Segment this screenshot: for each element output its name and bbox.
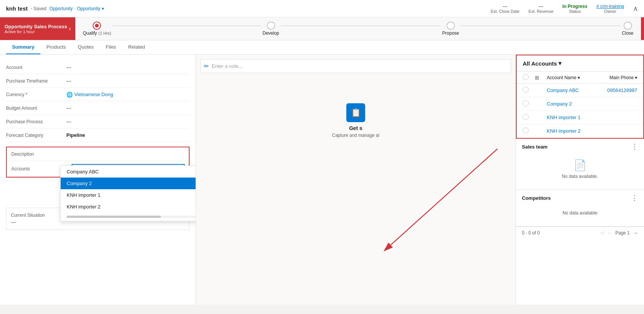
competitors-menu-button[interactable]: ⋮ xyxy=(631,195,638,201)
est-revenue-label: Est. Revenue xyxy=(529,9,554,14)
stage-close-label: Close xyxy=(622,31,633,36)
tabs-bar: Summary Products Quotes Files Related xyxy=(0,40,644,55)
stage-develop[interactable]: Develop xyxy=(263,21,442,36)
accounts-radio-header[interactable] xyxy=(523,74,529,80)
stage-qualify-label: Qualify xyxy=(83,31,97,36)
meta-est-close-date: --- Est. Close Date xyxy=(491,4,519,14)
account-row-knh-1[interactable]: KNH importer 1 xyxy=(517,111,643,124)
owner-label: Owner xyxy=(604,9,616,14)
purchase-process-value: --- xyxy=(66,119,190,124)
purchase-process-label: Purchase Process xyxy=(6,119,66,124)
process-title: Opportunity Sales Process xyxy=(5,24,67,29)
all-accounts-chevron-icon[interactable]: ▾ xyxy=(558,60,561,67)
breadcrumb: Opportunity · Opportunity ▾ xyxy=(49,6,104,11)
stage-qualify-sublabel: (1 Hrs) xyxy=(98,31,111,35)
dropdown-scrollbar-track xyxy=(67,216,196,218)
accounts-header-phone[interactable]: Main Phone ▾ xyxy=(610,75,637,80)
header-collapse-button[interactable]: ∧ xyxy=(633,5,638,13)
sales-team-no-data: 📄 No data available. xyxy=(522,153,638,185)
form-row-purchase-timeframe: Purchase Timeframe --- xyxy=(6,74,190,88)
app-title: knh test xyxy=(6,5,28,12)
account-row-company-2[interactable]: Company 2 xyxy=(517,97,643,111)
currency-value[interactable]: 🌐 Vietnamese Dong xyxy=(66,92,190,98)
stage-close-circle xyxy=(624,21,632,30)
stage-propose-content: Propose xyxy=(442,21,459,36)
currency-required: * xyxy=(26,92,28,97)
account-radio-company-abc xyxy=(523,87,532,94)
pagination-page-label: Page 1 xyxy=(615,230,630,236)
tab-quotes[interactable]: Quotes xyxy=(72,40,100,54)
all-accounts-header: All Accounts ▾ xyxy=(517,55,643,72)
owner-value[interactable]: # crm-training xyxy=(597,4,624,9)
dropdown-scrollbar xyxy=(61,213,196,221)
account-radio-company-2 xyxy=(523,100,532,107)
stage-develop-label: Develop xyxy=(263,31,279,36)
pagination-range: 0 - 0 of 0 xyxy=(522,230,540,236)
pagination-next-button[interactable]: → xyxy=(633,230,638,236)
pagination-prev-button[interactable]: ← xyxy=(607,230,612,236)
tab-related[interactable]: Related xyxy=(122,40,151,54)
accounts-header-name[interactable]: Account Name ▾ xyxy=(547,75,607,80)
sales-team-section: Sales team ⋮ 📄 No data available. xyxy=(516,139,644,190)
account-row-knh-2[interactable]: KNH importer 2 xyxy=(517,124,643,138)
account-name-knh-1: KNH importer 1 xyxy=(547,115,634,120)
account-phone-company-abc: 09564128987 xyxy=(607,87,637,93)
tab-files[interactable]: Files xyxy=(99,40,122,54)
process-label: Opportunity Sales Process Active for 1 h… xyxy=(0,17,75,40)
process-collapse-button[interactable]: ‹ xyxy=(69,25,71,32)
account-row-company-abc[interactable]: Company ABC 09564128987 xyxy=(517,84,643,97)
budget-amount-label: Budget Amount xyxy=(6,106,66,111)
stage-qualify[interactable]: Qualify (1 Hrs) xyxy=(83,21,263,36)
form-row-budget: Budget Amount --- xyxy=(6,101,190,115)
dropdown-item-knh-2[interactable]: KNH importer 2 xyxy=(61,201,196,213)
stage-close-content: Close xyxy=(622,21,633,36)
sales-team-menu-button[interactable]: ⋮ xyxy=(631,143,638,150)
saved-badge: - Saved xyxy=(31,6,46,11)
account-phone-sort-icon: ▾ xyxy=(635,75,637,80)
dropdown-item-knh-1[interactable]: KNH importer 1 xyxy=(61,189,196,201)
forecast-category-label: Forecast Category xyxy=(6,133,66,138)
tab-summary[interactable]: Summary xyxy=(6,40,40,54)
dropdown-scrollbar-thumb xyxy=(67,216,161,218)
stage-propose-circle xyxy=(447,21,455,30)
accounts-header-check xyxy=(523,74,532,81)
process-sublabel: Active for 1 hour xyxy=(5,29,67,34)
tab-products[interactable]: Products xyxy=(40,40,72,54)
stage-propose-label: Propose xyxy=(442,31,459,36)
accounts-header-icon: ⊞ xyxy=(535,75,544,81)
breadcrumb-opportunity2[interactable]: Opportunity ▾ xyxy=(77,6,104,11)
document-icon: 📋 xyxy=(351,108,361,118)
competitors-header: Competitors ⋮ xyxy=(522,195,638,201)
breadcrumb-opportunity[interactable]: Opportunity xyxy=(49,6,73,11)
account-name-company-abc: Company ABC xyxy=(547,87,604,93)
dropdown-item-company-2[interactable]: Company 2 xyxy=(61,178,196,189)
pagination-first-button[interactable]: ⊣ xyxy=(600,230,604,236)
stage-close[interactable]: Close xyxy=(622,21,633,36)
sales-process-bar: Opportunity Sales Process Active for 1 h… xyxy=(0,17,644,40)
account-phone-col-label: Main Phone xyxy=(610,75,634,80)
sales-team-title: Sales team xyxy=(522,144,548,150)
competitors-title: Competitors xyxy=(522,195,551,201)
left-panel: Account --- Purchase Timeframe --- Curre… xyxy=(0,55,196,305)
top-header: knh test - Saved Opportunity · Opportuni… xyxy=(0,0,644,17)
all-accounts-title: All Accounts ▾ xyxy=(523,60,561,67)
form-row-account: Account --- xyxy=(6,61,190,74)
account-name-sort-icon: ▾ xyxy=(578,75,580,80)
competitors-section: Competitors ⋮ No data available xyxy=(516,190,644,227)
sales-team-header: Sales team ⋮ xyxy=(522,143,638,150)
stage-connector-3 xyxy=(460,26,620,26)
form-row-purchase-process: Purchase Process --- xyxy=(6,115,190,129)
pagination: 0 - 0 of 0 ⊣ ← Page 1 → xyxy=(516,227,644,239)
dropdown-item-company-abc[interactable]: Company ABC xyxy=(61,166,196,178)
purchase-timeframe-label: Purchase Timeframe xyxy=(6,78,66,84)
form-row-currency: Currency * 🌐 Vietnamese Dong xyxy=(6,88,190,101)
stage-qualify-content: Qualify (1 Hrs) xyxy=(83,21,111,36)
get-started-icon-wrapper: 📋 xyxy=(208,103,503,122)
competitors-no-data: No data available xyxy=(522,204,638,222)
no-data-icon: 📄 xyxy=(574,159,587,172)
note-area[interactable]: ✏ Enter a note... xyxy=(200,59,511,73)
get-started-subtitle: Capture and manage al xyxy=(208,133,503,138)
stage-propose[interactable]: Propose xyxy=(442,21,622,36)
progress-status-indicator xyxy=(641,17,644,40)
all-accounts-title-text: All Accounts xyxy=(523,60,557,67)
